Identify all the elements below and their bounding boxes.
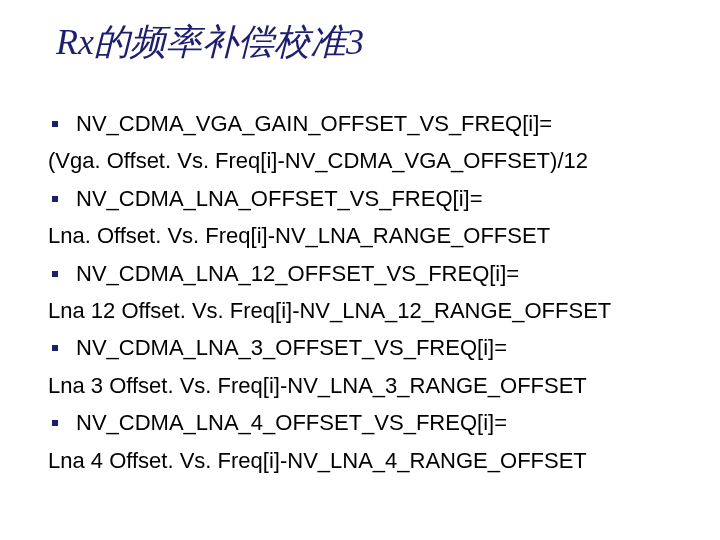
slide-body: NV_CDMA_VGA_GAIN_OFFSET_VS_FREQ[i]= (Vga…: [48, 105, 688, 479]
bullet-icon: [52, 196, 58, 202]
list-item: NV_CDMA_LNA_3_OFFSET_VS_FREQ[i]=: [48, 329, 688, 366]
list-item: NV_CDMA_VGA_GAIN_OFFSET_VS_FREQ[i]=: [48, 105, 688, 142]
list-item: NV_CDMA_LNA_12_OFFSET_VS_FREQ[i]=: [48, 255, 688, 292]
bullet-icon: [52, 420, 58, 426]
bullet-icon: [52, 121, 58, 127]
slide-title: Rx的频率补偿校准3: [56, 18, 688, 67]
list-item: NV_CDMA_LNA_OFFSET_VS_FREQ[i]=: [48, 180, 688, 217]
item-wrap: (Vga. Offset. Vs. Freq[i]-NV_CDMA_VGA_OF…: [48, 142, 688, 179]
item-head: NV_CDMA_LNA_4_OFFSET_VS_FREQ[i]=: [76, 404, 507, 441]
item-wrap: Lna. Offset. Vs. Freq[i]-NV_LNA_RANGE_OF…: [48, 217, 688, 254]
slide-container: Rx的频率补偿校准3 NV_CDMA_VGA_GAIN_OFFSET_VS_FR…: [0, 0, 720, 540]
item-wrap: Lna 12 Offset. Vs. Freq[i]-NV_LNA_12_RAN…: [48, 292, 688, 329]
bullet-icon: [52, 271, 58, 277]
item-head: NV_CDMA_VGA_GAIN_OFFSET_VS_FREQ[i]=: [76, 105, 552, 142]
item-wrap: Lna 3 Offset. Vs. Freq[i]-NV_LNA_3_RANGE…: [48, 367, 688, 404]
item-head: NV_CDMA_LNA_3_OFFSET_VS_FREQ[i]=: [76, 329, 507, 366]
item-head: NV_CDMA_LNA_OFFSET_VS_FREQ[i]=: [76, 180, 483, 217]
list-item: NV_CDMA_LNA_4_OFFSET_VS_FREQ[i]=: [48, 404, 688, 441]
item-head: NV_CDMA_LNA_12_OFFSET_VS_FREQ[i]=: [76, 255, 519, 292]
bullet-icon: [52, 345, 58, 351]
item-wrap: Lna 4 Offset. Vs. Freq[i]-NV_LNA_4_RANGE…: [48, 442, 688, 479]
